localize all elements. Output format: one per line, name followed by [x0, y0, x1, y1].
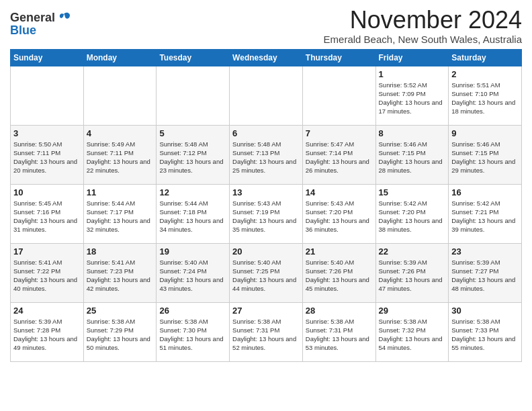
day-info: Sunrise: 5:43 AM Sunset: 7:19 PM Dayligh…	[232, 199, 300, 234]
weekday-header-wednesday: Wednesday	[230, 49, 303, 66]
day-info: Sunrise: 5:49 AM Sunset: 7:11 PM Dayligh…	[87, 140, 154, 175]
day-info: Sunrise: 5:38 AM Sunset: 7:31 PM Dayligh…	[232, 317, 300, 353]
day-info: Sunrise: 5:50 AM Sunset: 7:11 PM Dayligh…	[13, 140, 81, 175]
calendar-cell: 12Sunrise: 5:44 AM Sunset: 7:18 PM Dayli…	[157, 184, 230, 243]
day-number: 4	[87, 128, 154, 138]
day-info: Sunrise: 5:40 AM Sunset: 7:25 PM Dayligh…	[232, 258, 300, 293]
day-info: Sunrise: 5:48 AM Sunset: 7:12 PM Dayligh…	[159, 140, 226, 175]
calendar-header: SundayMondayTuesdayWednesdayThursdayFrid…	[11, 49, 522, 66]
day-number: 25	[87, 306, 154, 316]
calendar-cell: 5Sunrise: 5:48 AM Sunset: 7:12 PM Daylig…	[157, 125, 230, 184]
weekday-header-monday: Monday	[83, 49, 157, 66]
calendar-week-1: 1Sunrise: 5:52 AM Sunset: 7:09 PM Daylig…	[11, 66, 522, 125]
day-number: 17	[13, 246, 81, 257]
calendar-cell: 30Sunrise: 5:38 AM Sunset: 7:33 PM Dayli…	[449, 302, 522, 361]
day-info: Sunrise: 5:45 AM Sunset: 7:16 PM Dayligh…	[13, 199, 81, 234]
day-number: 12	[159, 187, 226, 197]
calendar-cell: 21Sunrise: 5:40 AM Sunset: 7:26 PM Dayli…	[302, 243, 375, 302]
day-info: Sunrise: 5:42 AM Sunset: 7:21 PM Dayligh…	[451, 199, 519, 234]
day-number: 21	[306, 246, 373, 257]
day-number: 3	[13, 128, 81, 138]
day-info: Sunrise: 5:39 AM Sunset: 7:27 PM Dayligh…	[451, 258, 519, 293]
calendar-week-3: 10Sunrise: 5:45 AM Sunset: 7:16 PM Dayli…	[11, 184, 522, 243]
weekday-header-row: SundayMondayTuesdayWednesdayThursdayFrid…	[11, 49, 522, 66]
calendar-cell	[230, 66, 303, 125]
day-number: 2	[451, 69, 519, 79]
day-info: Sunrise: 5:40 AM Sunset: 7:26 PM Dayligh…	[306, 258, 373, 293]
calendar-cell: 6Sunrise: 5:48 AM Sunset: 7:13 PM Daylig…	[230, 125, 303, 184]
day-number: 11	[87, 187, 154, 197]
calendar-cell: 18Sunrise: 5:41 AM Sunset: 7:23 PM Dayli…	[83, 243, 157, 302]
day-number: 28	[306, 306, 373, 316]
day-info: Sunrise: 5:39 AM Sunset: 7:28 PM Dayligh…	[13, 317, 81, 353]
calendar-cell: 13Sunrise: 5:43 AM Sunset: 7:19 PM Dayli…	[230, 184, 303, 243]
day-number: 27	[232, 306, 300, 316]
calendar-week-5: 24Sunrise: 5:39 AM Sunset: 7:28 PM Dayli…	[11, 302, 522, 361]
calendar-cell: 14Sunrise: 5:43 AM Sunset: 7:20 PM Dayli…	[302, 184, 375, 243]
day-number: 9	[451, 128, 519, 138]
day-info: Sunrise: 5:38 AM Sunset: 7:29 PM Dayligh…	[87, 317, 154, 353]
day-number: 1	[379, 69, 446, 79]
day-number: 14	[306, 187, 373, 197]
day-number: 20	[232, 246, 300, 257]
calendar-cell: 23Sunrise: 5:39 AM Sunset: 7:27 PM Dayli…	[449, 243, 522, 302]
day-info: Sunrise: 5:52 AM Sunset: 7:09 PM Dayligh…	[379, 81, 446, 116]
logo: General Blue	[10, 11, 71, 38]
day-info: Sunrise: 5:42 AM Sunset: 7:20 PM Dayligh…	[379, 199, 446, 234]
day-number: 16	[451, 187, 519, 197]
calendar-cell: 24Sunrise: 5:39 AM Sunset: 7:28 PM Dayli…	[11, 302, 84, 361]
day-info: Sunrise: 5:41 AM Sunset: 7:22 PM Dayligh…	[13, 258, 81, 293]
day-number: 22	[379, 246, 446, 257]
day-number: 29	[379, 306, 446, 316]
day-info: Sunrise: 5:38 AM Sunset: 7:32 PM Dayligh…	[379, 317, 446, 353]
location-subtitle: Emerald Beach, New South Wales, Australi…	[324, 34, 522, 45]
calendar-cell: 7Sunrise: 5:47 AM Sunset: 7:14 PM Daylig…	[302, 125, 375, 184]
logo-blue: Blue	[10, 24, 36, 38]
day-info: Sunrise: 5:47 AM Sunset: 7:14 PM Dayligh…	[306, 140, 373, 175]
calendar-cell: 16Sunrise: 5:42 AM Sunset: 7:21 PM Dayli…	[449, 184, 522, 243]
day-number: 8	[379, 128, 446, 138]
day-number: 15	[379, 187, 446, 197]
weekday-header-sunday: Sunday	[11, 49, 84, 66]
month-title: November 2024	[324, 7, 522, 34]
day-number: 10	[13, 187, 81, 197]
calendar-cell	[83, 66, 157, 125]
day-info: Sunrise: 5:46 AM Sunset: 7:15 PM Dayligh…	[379, 140, 446, 175]
day-number: 30	[451, 306, 519, 316]
calendar-cell: 28Sunrise: 5:38 AM Sunset: 7:31 PM Dayli…	[302, 302, 375, 361]
calendar-cell: 4Sunrise: 5:49 AM Sunset: 7:11 PM Daylig…	[83, 125, 157, 184]
logo-bird-icon	[56, 11, 71, 25]
weekday-header-friday: Friday	[375, 49, 449, 66]
day-number: 6	[232, 128, 300, 138]
calendar-cell: 8Sunrise: 5:46 AM Sunset: 7:15 PM Daylig…	[375, 125, 449, 184]
logo-general: General	[10, 11, 55, 25]
day-info: Sunrise: 5:39 AM Sunset: 7:26 PM Dayligh…	[379, 258, 446, 293]
day-info: Sunrise: 5:43 AM Sunset: 7:20 PM Dayligh…	[306, 199, 373, 234]
day-number: 19	[159, 246, 226, 257]
calendar-cell	[157, 66, 230, 125]
calendar-cell: 3Sunrise: 5:50 AM Sunset: 7:11 PM Daylig…	[11, 125, 84, 184]
calendar-cell: 10Sunrise: 5:45 AM Sunset: 7:16 PM Dayli…	[11, 184, 84, 243]
calendar-cell: 27Sunrise: 5:38 AM Sunset: 7:31 PM Dayli…	[230, 302, 303, 361]
header: General Blue November 2024 Emerald Beach…	[10, 7, 522, 45]
day-info: Sunrise: 5:38 AM Sunset: 7:33 PM Dayligh…	[451, 317, 519, 353]
day-number: 7	[306, 128, 373, 138]
calendar-cell: 25Sunrise: 5:38 AM Sunset: 7:29 PM Dayli…	[83, 302, 157, 361]
day-info: Sunrise: 5:48 AM Sunset: 7:13 PM Dayligh…	[232, 140, 300, 175]
day-info: Sunrise: 5:51 AM Sunset: 7:10 PM Dayligh…	[451, 81, 519, 116]
calendar-body: 1Sunrise: 5:52 AM Sunset: 7:09 PM Daylig…	[11, 66, 522, 361]
calendar-cell: 1Sunrise: 5:52 AM Sunset: 7:09 PM Daylig…	[375, 66, 449, 125]
calendar-cell: 20Sunrise: 5:40 AM Sunset: 7:25 PM Dayli…	[230, 243, 303, 302]
calendar-cell: 26Sunrise: 5:38 AM Sunset: 7:30 PM Dayli…	[157, 302, 230, 361]
day-info: Sunrise: 5:38 AM Sunset: 7:30 PM Dayligh…	[159, 317, 226, 353]
calendar-week-4: 17Sunrise: 5:41 AM Sunset: 7:22 PM Dayli…	[11, 243, 522, 302]
day-info: Sunrise: 5:41 AM Sunset: 7:23 PM Dayligh…	[87, 258, 154, 293]
calendar-week-2: 3Sunrise: 5:50 AM Sunset: 7:11 PM Daylig…	[11, 125, 522, 184]
calendar-cell	[11, 66, 84, 125]
day-number: 23	[451, 246, 519, 257]
day-info: Sunrise: 5:44 AM Sunset: 7:18 PM Dayligh…	[159, 199, 226, 234]
calendar-cell: 22Sunrise: 5:39 AM Sunset: 7:26 PM Dayli…	[375, 243, 449, 302]
day-number: 13	[232, 187, 300, 197]
title-area: November 2024 Emerald Beach, New South W…	[324, 7, 522, 45]
calendar-cell: 11Sunrise: 5:44 AM Sunset: 7:17 PM Dayli…	[83, 184, 157, 243]
